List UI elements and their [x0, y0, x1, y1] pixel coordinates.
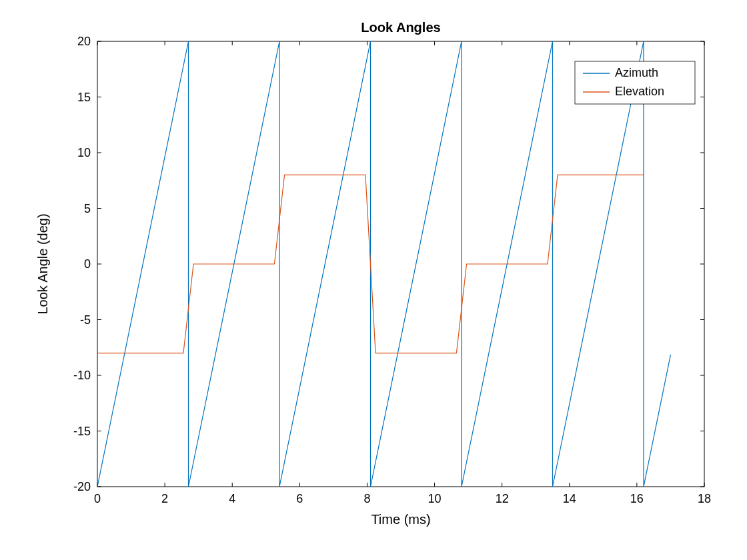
x-tick-label: 18 — [698, 492, 711, 505]
x-tick-label: 14 — [563, 492, 576, 505]
x-tick-label: 10 — [428, 492, 442, 505]
chart-title: Look Angles — [361, 20, 440, 35]
y-tick-label: -5 — [80, 313, 91, 327]
x-tick-label: 6 — [296, 492, 303, 505]
x-tick-label: 2 — [161, 492, 168, 505]
y-tick-label: 20 — [77, 35, 91, 48]
y-tick-label: 10 — [77, 146, 91, 159]
y-tick-label: -15 — [73, 425, 91, 438]
x-tick-label: 0 — [94, 492, 101, 505]
y-tick-label: -10 — [73, 369, 91, 382]
x-tick-label: 12 — [496, 492, 509, 505]
y-tick-label: 5 — [84, 202, 91, 215]
x-tick-label: 4 — [229, 492, 235, 505]
legend-label-elevation: Elevation — [615, 85, 664, 98]
x-tick-label: 8 — [363, 492, 370, 505]
y-axis-label: Look Angle (deg) — [35, 213, 50, 314]
x-axis-label: Time (ms) — [371, 512, 430, 527]
y-tick-label: 15 — [77, 91, 91, 104]
x-tick-label: 16 — [630, 492, 644, 505]
y-tick-label: -20 — [73, 480, 91, 493]
look-angles-chart: 024681012141618-20-15-10-505101520Look A… — [0, 0, 747, 560]
legend-label-azimuth: Azimuth — [615, 66, 658, 79]
y-tick-label: 0 — [84, 257, 91, 271]
